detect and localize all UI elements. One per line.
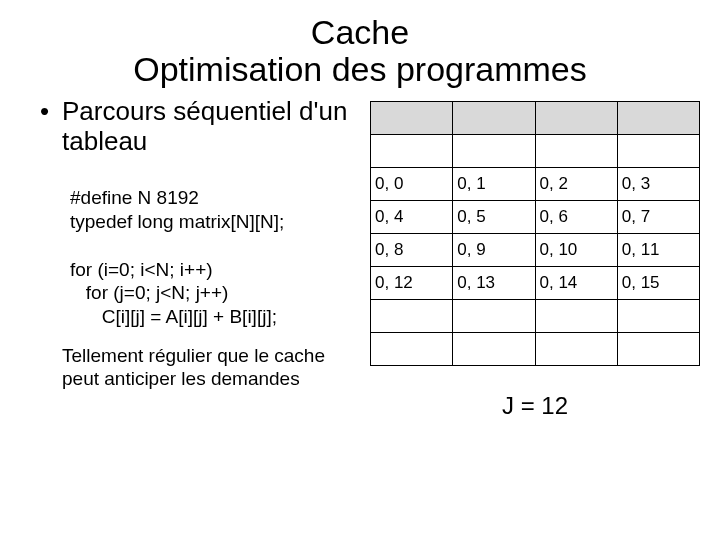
cell: 0, 4 (371, 200, 453, 233)
right-column: 0, 0 0, 1 0, 2 0, 3 0, 4 0, 5 0, 6 0, 7 … (370, 97, 700, 420)
cell (371, 101, 453, 134)
slide: Cache Optimisation des programmes Parcou… (0, 0, 720, 540)
cell (617, 332, 699, 365)
table-row: 0, 12 0, 13 0, 14 0, 15 (371, 266, 700, 299)
title-line-2: Optimisation des programmes (133, 50, 587, 88)
table-row (371, 299, 700, 332)
cell: 0, 10 (535, 233, 617, 266)
cell (535, 134, 617, 167)
code-block: #define N 8192 typedef long matrix[N][N]… (70, 163, 360, 329)
cell: 0, 5 (453, 200, 535, 233)
cell (535, 332, 617, 365)
cell: 0, 7 (617, 200, 699, 233)
cell: 0, 15 (617, 266, 699, 299)
grid-caption: J = 12 (370, 392, 700, 420)
note-text: Tellement régulier que le cache peut ant… (62, 345, 360, 391)
cell (453, 101, 535, 134)
cell: 0, 2 (535, 167, 617, 200)
slide-title: Cache Optimisation des programmes (0, 0, 720, 89)
code-line: C[i][j] = A[i][j] + B[i][j]; (70, 306, 277, 327)
cell (371, 299, 453, 332)
cell (453, 332, 535, 365)
slide-body: Parcours séquentiel d'un tableau #define… (0, 89, 720, 420)
table-row: 0, 4 0, 5 0, 6 0, 7 (371, 200, 700, 233)
cell (617, 134, 699, 167)
cell (535, 101, 617, 134)
bullet-item: Parcours séquentiel d'un tableau (40, 97, 360, 157)
code-line: for (j=0; j<N; j++) (70, 282, 228, 303)
cell: 0, 3 (617, 167, 699, 200)
cell (617, 299, 699, 332)
cell (617, 101, 699, 134)
cell: 0, 1 (453, 167, 535, 200)
table-row (371, 101, 700, 134)
cell: 0, 6 (535, 200, 617, 233)
code-line: typedef long matrix[N][N]; (70, 211, 284, 232)
code-line: for (i=0; i<N; i++) (70, 259, 213, 280)
cell (453, 134, 535, 167)
left-column: Parcours séquentiel d'un tableau #define… (40, 97, 370, 420)
cell: 0, 11 (617, 233, 699, 266)
table-row: 0, 8 0, 9 0, 10 0, 11 (371, 233, 700, 266)
cell: 0, 13 (453, 266, 535, 299)
title-line-1: Cache (311, 13, 409, 51)
table-row (371, 134, 700, 167)
table-row: 0, 0 0, 1 0, 2 0, 3 (371, 167, 700, 200)
cache-grid: 0, 0 0, 1 0, 2 0, 3 0, 4 0, 5 0, 6 0, 7 … (370, 101, 700, 366)
cell (453, 299, 535, 332)
table-row (371, 332, 700, 365)
cell (535, 299, 617, 332)
cell: 0, 14 (535, 266, 617, 299)
cell: 0, 8 (371, 233, 453, 266)
cell: 0, 12 (371, 266, 453, 299)
code-line: #define N 8192 (70, 187, 199, 208)
cell (371, 332, 453, 365)
cell: 0, 0 (371, 167, 453, 200)
cell: 0, 9 (453, 233, 535, 266)
cell (371, 134, 453, 167)
